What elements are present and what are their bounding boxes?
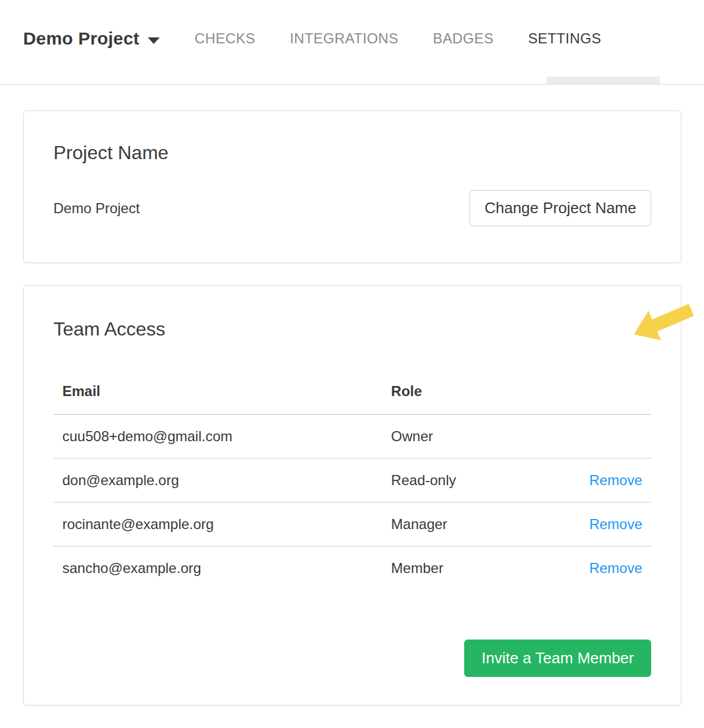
- table-row: don@example.org Read-only Remove: [53, 458, 651, 502]
- member-action-cell: [567, 414, 651, 458]
- project-name-heading: Project Name: [53, 111, 651, 164]
- current-project-name: Demo Project: [53, 200, 139, 217]
- tab-badges[interactable]: BADGES: [433, 30, 493, 47]
- invite-team-member-button[interactable]: Invite a Team Member: [464, 640, 651, 677]
- remove-link[interactable]: Remove: [589, 516, 642, 532]
- caret-down-icon: [148, 37, 160, 44]
- member-role: Owner: [382, 414, 567, 458]
- team-access-heading: Team Access: [53, 286, 651, 340]
- member-action-cell: Remove: [567, 458, 651, 502]
- column-header-actions: [567, 371, 651, 414]
- project-name-card: Project Name Demo Project Change Project…: [23, 110, 681, 263]
- member-email: sancho@example.org: [53, 546, 382, 590]
- table-row: sancho@example.org Member Remove: [53, 546, 651, 590]
- active-tab-indicator: [546, 77, 660, 84]
- remove-link[interactable]: Remove: [589, 472, 642, 488]
- nav-tabs: CHECKS INTEGRATIONS BADGES SETTINGS: [195, 30, 601, 47]
- project-title: Demo Project: [23, 29, 139, 49]
- member-action-cell: Remove: [567, 502, 651, 546]
- invite-row: Invite a Team Member: [53, 640, 651, 677]
- table-row: rocinante@example.org Manager Remove: [53, 502, 651, 546]
- team-members-table: Email Role cuu508+demo@gmail.com Owner d…: [53, 371, 651, 590]
- column-header-role: Role: [382, 371, 567, 414]
- member-email: don@example.org: [53, 458, 382, 502]
- project-name-row: Demo Project Change Project Name: [53, 190, 651, 226]
- tab-checks[interactable]: CHECKS: [195, 30, 255, 47]
- remove-link[interactable]: Remove: [589, 560, 642, 576]
- tab-integrations[interactable]: INTEGRATIONS: [290, 30, 398, 47]
- table-row: cuu508+demo@gmail.com Owner: [53, 414, 651, 458]
- project-switcher-dropdown[interactable]: Demo Project: [23, 29, 160, 49]
- tab-settings[interactable]: SETTINGS: [528, 30, 601, 47]
- top-navbar: Demo Project CHECKS INTEGRATIONS BADGES …: [0, 0, 704, 85]
- member-email: rocinante@example.org: [53, 502, 382, 546]
- member-action-cell: Remove: [567, 546, 651, 590]
- team-access-card: Team Access Email Role cuu508+demo@gmail…: [23, 285, 681, 705]
- column-header-email: Email: [53, 371, 382, 414]
- member-email: cuu508+demo@gmail.com: [53, 414, 382, 458]
- member-role: Manager: [382, 502, 567, 546]
- member-role: Read-only: [382, 458, 567, 502]
- change-project-name-button[interactable]: Change Project Name: [470, 190, 651, 226]
- member-role: Member: [382, 546, 567, 590]
- table-header-row: Email Role: [53, 371, 651, 414]
